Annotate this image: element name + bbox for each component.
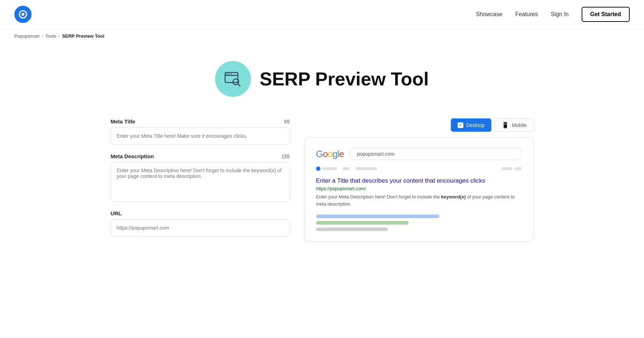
google-logo: Google <box>316 149 344 160</box>
desktop-label: Desktop <box>466 122 485 128</box>
logo-icon <box>14 6 32 23</box>
main-nav: Showcase Features Sign In Get Started <box>476 7 630 22</box>
logo-wrap <box>14 6 32 23</box>
mobile-icon: 📱 <box>502 122 509 128</box>
svg-point-4 <box>226 74 228 75</box>
url-label: URL <box>111 210 122 216</box>
svg-point-1 <box>22 13 24 16</box>
svg-line-8 <box>238 84 240 86</box>
serp-google-bar: Google <box>316 148 522 160</box>
serp-bar-gray <box>316 227 388 231</box>
meta-description-input[interactable] <box>111 162 290 202</box>
serp-bar-blue <box>316 215 439 218</box>
meta-title-input[interactable] <box>111 127 290 145</box>
serp-bar-green <box>316 221 409 225</box>
serp-result-title[interactable]: Enter a Title that describes your conten… <box>316 177 522 184</box>
meta-description-label: Meta Description <box>111 153 154 159</box>
serp-search-input[interactable] <box>349 148 521 160</box>
get-started-button[interactable]: Get Started <box>582 7 630 22</box>
left-panel: Meta Title 65 Meta Description 155 URL <box>111 118 290 241</box>
mobile-label: Mobile <box>512 122 526 128</box>
bar-placeholder-2 <box>343 167 350 170</box>
check-icon <box>458 122 463 128</box>
url-group: URL <box>111 210 290 236</box>
svg-point-5 <box>229 74 230 75</box>
serp-desc-start: Enter your Meta Description here! Don't … <box>316 194 441 199</box>
meta-title-header: Meta Title 65 <box>111 118 290 125</box>
mobile-toggle-button[interactable]: 📱 Mobile <box>495 118 533 132</box>
url-input[interactable] <box>111 219 290 236</box>
bar-placeholder-3 <box>356 167 377 170</box>
breadcrumb-tools[interactable]: Tools <box>45 33 56 39</box>
meta-description-group: Meta Description 155 <box>111 153 290 202</box>
desktop-toggle-button[interactable]: Desktop <box>451 118 491 132</box>
meta-description-count: 155 <box>281 154 290 159</box>
hero-title: SERP Preview Tool <box>259 68 429 90</box>
breadcrumb-sep-2: › <box>58 33 60 39</box>
bar-placeholder-5 <box>515 167 522 170</box>
nav-features[interactable]: Features <box>515 11 538 18</box>
breadcrumb-current: SERP Preview Tool <box>62 33 104 39</box>
meta-title-label: Meta Title <box>111 118 135 125</box>
view-toggle: Desktop 📱 Mobile <box>304 118 534 132</box>
breadcrumb-home[interactable]: Popupsmart <box>14 33 39 39</box>
svg-point-6 <box>231 74 232 75</box>
url-header: URL <box>111 210 290 216</box>
right-panel: Desktop 📱 Mobile Google <box>304 118 534 241</box>
serp-placeholder-bars <box>316 215 522 231</box>
meta-title-group: Meta Title 65 <box>111 118 290 145</box>
breadcrumb: Popupsmart › Tools › SERP Preview Tool <box>0 29 644 43</box>
serp-result-desc: Enter your Meta Description here! Don't … <box>316 193 522 207</box>
hero-section: SERP Preview Tool <box>0 43 644 108</box>
meta-description-header: Meta Description 155 <box>111 153 290 159</box>
nav-sign-in[interactable]: Sign In <box>551 11 569 18</box>
hero-title-row: SERP Preview Tool <box>215 61 429 97</box>
serp-result-url: https://popupsmart.com/ <box>316 186 522 191</box>
serp-desc-bold: keyword(s) <box>441 194 466 199</box>
breadcrumb-sep-1: › <box>42 33 43 39</box>
main-content: Meta Title 65 Meta Description 155 URL <box>89 108 555 252</box>
dot-1 <box>316 166 320 171</box>
bar-placeholder-1 <box>323 167 337 170</box>
serp-nav-dots <box>316 166 522 171</box>
nav-showcase[interactable]: Showcase <box>476 11 502 18</box>
hero-icon <box>215 61 251 97</box>
bar-placeholder-4 <box>502 167 512 170</box>
meta-title-count: 65 <box>284 119 290 125</box>
header: Showcase Features Sign In Get Started <box>0 0 644 29</box>
serp-preview-card: Google Enter a Title that describes your… <box>304 137 534 241</box>
